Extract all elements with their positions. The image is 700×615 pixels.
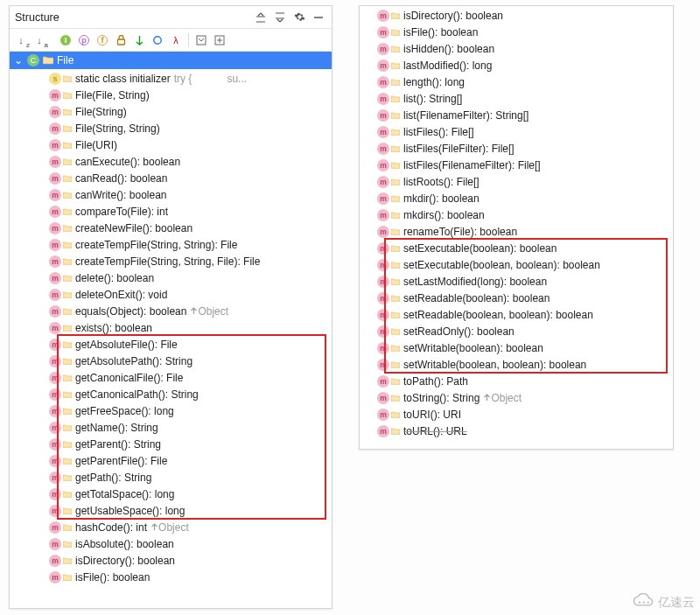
member-row[interactable]: mlistFiles(): File[] <box>360 123 673 140</box>
member-row[interactable]: mgetCanonicalPath(): String <box>10 386 332 402</box>
member-row[interactable]: mcreateNewFile(): boolean <box>10 220 332 236</box>
member-row[interactable]: mFile(String, String) <box>10 120 332 136</box>
folder-mini-icon <box>391 45 400 53</box>
member-row[interactable]: sstatic class initializertry {su... <box>10 70 332 87</box>
collapse-all-icon[interactable] <box>253 10 269 25</box>
folder-mini-icon <box>63 407 72 416</box>
member-label: setReadOnly(): boolean <box>403 325 514 338</box>
member-row[interactable]: msetReadable(boolean): boolean <box>360 290 673 306</box>
autoscroll-icon[interactable] <box>212 32 228 48</box>
folder-mini-icon <box>63 108 72 116</box>
folder-mini-icon <box>391 28 400 37</box>
member-row[interactable]: mcanRead(): boolean <box>10 170 332 186</box>
method-icon: m <box>49 538 61 550</box>
member-label: lastModified(): long <box>403 59 492 72</box>
member-row[interactable]: msetWritable(boolean): boolean <box>360 339 673 356</box>
member-row[interactable]: mcanExecute(): boolean <box>10 153 332 170</box>
member-row[interactable]: msetLastModified(long): boolean <box>360 273 673 290</box>
show-interfaces-icon[interactable]: I <box>58 32 74 48</box>
member-row[interactable]: mgetAbsolutePath(): String <box>10 353 332 369</box>
member-row[interactable]: mhashCode(): intObject <box>10 519 332 535</box>
member-row[interactable]: mexists(): boolean <box>10 319 332 336</box>
member-label: length(): long <box>403 76 465 88</box>
member-row[interactable]: mgetUsableSpace(): long <box>10 502 332 519</box>
member-row[interactable]: mlistFiles(FileFilter): File[] <box>360 140 673 157</box>
member-row[interactable]: mtoURL(): URL <box>360 423 673 439</box>
expand-all-icon[interactable] <box>272 10 288 25</box>
member-row[interactable]: msetReadOnly(): boolean <box>360 323 673 339</box>
sort-alpha-icon[interactable]: ↓a <box>32 32 47 48</box>
member-row[interactable]: mequals(Object): booleanObject <box>10 303 332 319</box>
sort-az-icon[interactable]: ↓z <box>13 32 29 48</box>
member-row[interactable]: mgetTotalSpace(): long <box>10 486 332 502</box>
member-row[interactable]: mgetPath(): String <box>10 469 332 486</box>
member-label: listFiles(FileFilter): File[] <box>403 143 514 155</box>
member-row[interactable]: mrenameTo(File): boolean <box>360 223 673 240</box>
folder-mini-icon <box>391 344 400 353</box>
show-anonymous-icon[interactable] <box>150 32 165 48</box>
folder-mini-icon <box>391 410 400 419</box>
member-row[interactable]: mlistRoots(): File[] <box>360 173 673 190</box>
member-row[interactable]: msetReadable(boolean, boolean): boolean <box>360 306 673 323</box>
member-row[interactable]: msetExecutable(boolean): boolean <box>360 240 673 256</box>
member-row[interactable]: mgetParent(): String <box>10 436 332 452</box>
member-row[interactable]: mgetCanonicalFile(): File <box>10 369 332 386</box>
member-row[interactable]: mtoString(): StringObject <box>360 389 673 406</box>
member-row[interactable]: misAbsolute(): boolean <box>10 535 332 552</box>
method-icon: m <box>377 242 389 255</box>
folder-mini-icon <box>391 311 400 319</box>
minimize-icon[interactable] <box>311 10 326 25</box>
member-row[interactable]: msetExecutable(boolean, boolean): boolea… <box>360 256 673 273</box>
class-icon: C <box>27 54 39 66</box>
member-label: deleteOnExit(): void <box>75 289 167 301</box>
member-row[interactable]: mFile(URI) <box>10 136 332 153</box>
gear-icon[interactable] <box>291 10 307 25</box>
member-label: getParent(): String <box>75 438 161 451</box>
member-row[interactable]: mlistFiles(FilenameFilter): File[] <box>360 157 673 173</box>
member-row[interactable]: misHidden(): boolean <box>360 40 673 57</box>
member-row[interactable]: mmkdirs(): boolean <box>360 206 673 223</box>
member-row[interactable]: msetWritable(boolean, boolean): boolean <box>360 356 673 373</box>
member-row[interactable]: mlength(): long <box>360 73 673 90</box>
member-row[interactable]: mgetName(): String <box>10 419 332 436</box>
member-row[interactable]: mcreateTempFile(String, String, File): F… <box>10 253 332 269</box>
member-row[interactable]: mFile(File, String) <box>10 87 332 103</box>
method-icon: m <box>377 43 389 55</box>
show-nonpublic-icon[interactable] <box>113 32 129 48</box>
member-row[interactable]: mlist(FilenameFilter): String[] <box>360 107 673 123</box>
member-row[interactable]: mgetFreeSpace(): long <box>10 402 332 419</box>
method-icon: m <box>49 106 61 118</box>
show-properties-icon[interactable]: p <box>76 32 92 48</box>
member-row[interactable]: mgetParentFile(): File <box>10 452 332 469</box>
member-row[interactable]: mmkdir(): boolean <box>360 190 673 206</box>
method-icon: m <box>49 438 61 451</box>
member-row[interactable]: mdeleteOnExit(): void <box>10 286 332 303</box>
member-row[interactable]: misFile(): boolean <box>360 24 673 40</box>
chevron-down-icon[interactable]: ⌄ <box>13 54 24 66</box>
member-row[interactable]: mcreateTempFile(String, String): File <box>10 236 332 253</box>
member-row[interactable]: mgetAbsoluteFile(): File <box>10 336 332 353</box>
method-icon: m <box>377 159 389 171</box>
member-row[interactable]: misDirectory(): boolean <box>360 7 673 24</box>
show-fields-icon[interactable]: f <box>94 32 110 48</box>
member-row[interactable]: mlist(): String[] <box>360 90 673 107</box>
member-row[interactable]: misFile(): boolean <box>10 569 332 585</box>
show-lambda-icon[interactable]: λ <box>168 32 184 48</box>
member-row[interactable]: mcompareTo(File): int <box>10 203 332 220</box>
member-label: getUsableSpace(): long <box>75 505 185 517</box>
folder-mini-icon <box>63 507 72 515</box>
member-row[interactable]: mtoURI(): URI <box>360 406 673 423</box>
member-label: setReadable(boolean, boolean): boolean <box>403 309 593 321</box>
method-icon: m <box>49 189 61 201</box>
member-row[interactable]: mlastModified(): long <box>360 57 673 73</box>
member-label: renameTo(File): boolean <box>403 226 517 238</box>
show-inherited-icon[interactable] <box>131 32 147 48</box>
member-row[interactable]: mdelete(): boolean <box>10 269 332 286</box>
member-row[interactable]: mFile(String) <box>10 103 332 120</box>
svg-point-4 <box>639 602 640 604</box>
expand-icon[interactable] <box>193 32 209 48</box>
member-row[interactable]: mcanWrite(): boolean <box>10 186 332 203</box>
member-row[interactable]: misDirectory(): boolean <box>10 552 332 569</box>
class-node-file[interactable]: ⌄ C File <box>10 52 332 69</box>
member-row[interactable]: mtoPath(): Path <box>360 373 673 389</box>
